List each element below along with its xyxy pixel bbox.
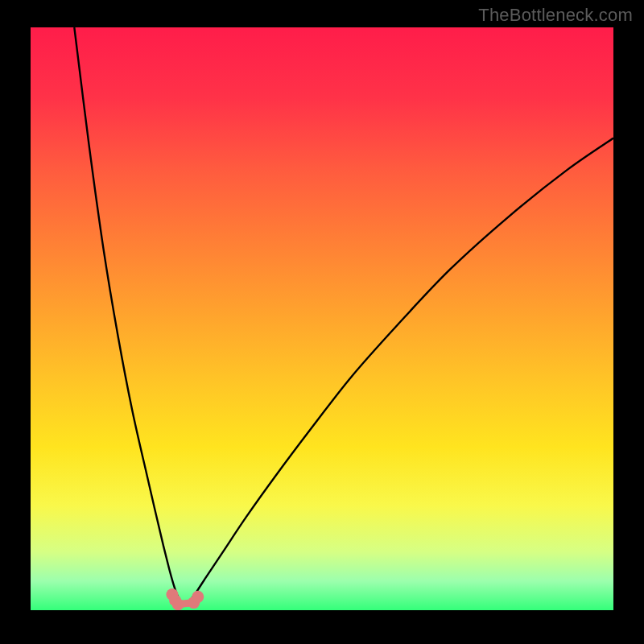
page-frame: TheBottleneck.com xyxy=(0,0,644,644)
watermark-text: TheBottleneck.com xyxy=(478,5,633,26)
chart-plot-area xyxy=(31,27,613,610)
gradient-background xyxy=(31,27,613,610)
chart-svg xyxy=(31,27,613,610)
bottleneck-marker-point xyxy=(172,598,184,610)
bottleneck-marker-point xyxy=(192,591,204,603)
